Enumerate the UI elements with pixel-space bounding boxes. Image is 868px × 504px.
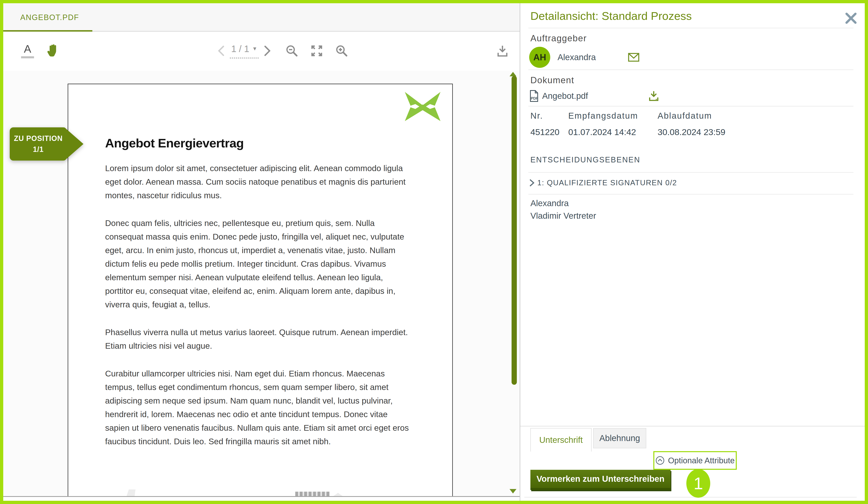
auftraggeber-label: Auftraggeber bbox=[530, 33, 587, 43]
text-select-tool-button[interactable]: A bbox=[18, 32, 38, 70]
zoom-in-icon bbox=[335, 44, 348, 57]
scroll-up-arrow[interactable] bbox=[509, 72, 516, 76]
signer-name: Alexandra bbox=[530, 198, 569, 208]
close-button[interactable] bbox=[843, 11, 859, 26]
position-flag-line1: ZU POSITION bbox=[14, 133, 63, 144]
next-page-button[interactable] bbox=[264, 45, 271, 56]
footer-divider bbox=[520, 426, 865, 426]
download-file-icon[interactable] bbox=[648, 90, 660, 102]
annotation-badge-1: 1 bbox=[686, 469, 710, 498]
entscheidungsebenen-label: ENTSCHEIDUNGSEBENEN bbox=[530, 155, 640, 164]
details-panel: Detailansicht: Standard Prozess Auftragg… bbox=[520, 3, 865, 501]
zoom-out-button[interactable] bbox=[281, 32, 303, 70]
document-paragraph: Curabitur ullamcorper ultricies nisi. Na… bbox=[105, 367, 412, 448]
position-flag-line2: 1/1 bbox=[33, 144, 43, 155]
company-x-logo bbox=[403, 92, 442, 122]
prev-page-button[interactable] bbox=[218, 45, 225, 56]
document-paragraph: Phasellus viverra nulla ut metus varius … bbox=[105, 326, 412, 353]
signer-name: Vladimir Vertreter bbox=[530, 211, 596, 221]
cutoff-signature-field-artifact bbox=[295, 492, 330, 496]
page-dropdown-caret-icon: ▼ bbox=[252, 45, 257, 52]
document-meta-table: Nr. Empfangsdatum Ablaufdatum 451220 01.… bbox=[530, 111, 763, 137]
close-icon bbox=[845, 12, 857, 25]
go-to-position-flag[interactable]: ZU POSITION 1/1 bbox=[10, 127, 83, 161]
download-document-button[interactable] bbox=[489, 32, 516, 70]
mail-icon[interactable] bbox=[628, 53, 639, 62]
chevron-up-circle-icon bbox=[655, 456, 665, 465]
pan-tool-button[interactable] bbox=[42, 32, 64, 70]
scroll-down-arrow[interactable] bbox=[509, 489, 516, 493]
document-paragraph: Lorem ipsum dolor sit amet, consectetuer… bbox=[105, 162, 412, 202]
page-number-input[interactable]: 1 / 1 ▼ bbox=[230, 43, 258, 59]
fullscreen-icon bbox=[310, 44, 323, 57]
pdf-page: Angebot Energievertrag Lorem ipsum dolor… bbox=[68, 84, 453, 501]
auftraggeber-row: AH Alexandra bbox=[529, 47, 639, 68]
document-file-row: PDF Angebot.pdf bbox=[529, 89, 660, 103]
document-title: Angebot Energievertrag bbox=[105, 136, 412, 150]
pdf-file-icon: PDF bbox=[529, 90, 539, 102]
signature-level-row[interactable]: 1: QUALIFIZIERTE SIGNATUREN 0/2 bbox=[529, 178, 677, 187]
panel-bottom-divider bbox=[524, 497, 857, 497]
pdf-viewport[interactable]: Angebot Energievertrag Lorem ipsum dolor… bbox=[3, 71, 520, 501]
dokument-label: Dokument bbox=[530, 75, 574, 85]
document-filename[interactable]: Angebot.pdf bbox=[542, 91, 648, 101]
signature-level-label: 1: QUALIFIZIERTE SIGNATUREN 0/2 bbox=[537, 178, 677, 187]
hand-icon bbox=[46, 43, 59, 58]
vertical-scrollbar-thumb[interactable] bbox=[512, 76, 517, 385]
meta-value-empfangsdatum: 01.07.2024 14:42 bbox=[568, 127, 658, 137]
tab-label: ANGEBOT.PDF bbox=[20, 13, 79, 22]
auftraggeber-name: Alexandra bbox=[558, 52, 628, 62]
meta-header-ablaufdatum: Ablaufdatum bbox=[658, 111, 763, 121]
document-tabstrip: ANGEBOT.PDF bbox=[3, 3, 520, 32]
meta-value-ablaufdatum: 30.08.2024 23:59 bbox=[658, 127, 763, 137]
fullscreen-button[interactable] bbox=[306, 32, 328, 70]
text-select-icon: A bbox=[24, 43, 31, 54]
document-paragraph: Donec quam felis, ultricies nec, pellent… bbox=[105, 216, 412, 311]
moxis-detail-dialog: ANGEBOT.PDF A 1 / 1 bbox=[0, 0, 868, 504]
tab-angebot-pdf[interactable]: ANGEBOT.PDF bbox=[3, 3, 92, 32]
zoom-out-icon bbox=[285, 44, 298, 57]
pdf-pane: ANGEBOT.PDF A 1 / 1 bbox=[3, 3, 520, 501]
pdf-toolbar: A 1 / 1 ▼ bbox=[3, 32, 520, 70]
optionale-attribute-callout[interactable]: Optionale Attribute bbox=[653, 451, 737, 470]
zoom-in-button[interactable] bbox=[331, 32, 353, 70]
panel-title: Detailansicht: Standard Prozess bbox=[530, 9, 692, 22]
optionale-attribute-label: Optionale Attribute bbox=[668, 456, 735, 465]
meta-header-empfangsdatum: Empfangsdatum bbox=[568, 111, 658, 121]
page-navigation: 1 / 1 ▼ bbox=[208, 32, 281, 70]
chevron-right-icon bbox=[529, 179, 535, 187]
tab-unterschrift[interactable]: Unterschrift bbox=[530, 428, 591, 452]
download-icon bbox=[496, 44, 509, 58]
meta-value-nr: 451220 bbox=[530, 127, 568, 137]
vormerken-button[interactable]: Vormerken zum Unterschreiben bbox=[530, 470, 671, 490]
meta-header-nr: Nr. bbox=[530, 111, 568, 121]
svg-text:PDF: PDF bbox=[531, 96, 538, 101]
avatar: AH bbox=[529, 47, 550, 68]
tab-ablehnung[interactable]: Ablehnung bbox=[593, 428, 646, 448]
